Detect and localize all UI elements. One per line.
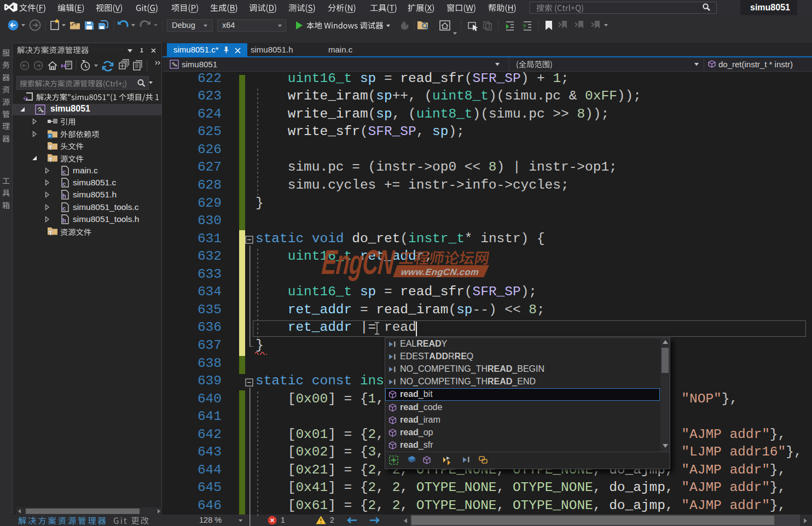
svg-text:c: c [62,169,66,176]
svg-text:h: h [62,193,66,200]
svg-text:c: c [62,206,66,212]
svg-text:h: h [62,218,66,224]
svg-text:?: ? [523,24,526,30]
svg-text:c: c [62,181,66,188]
